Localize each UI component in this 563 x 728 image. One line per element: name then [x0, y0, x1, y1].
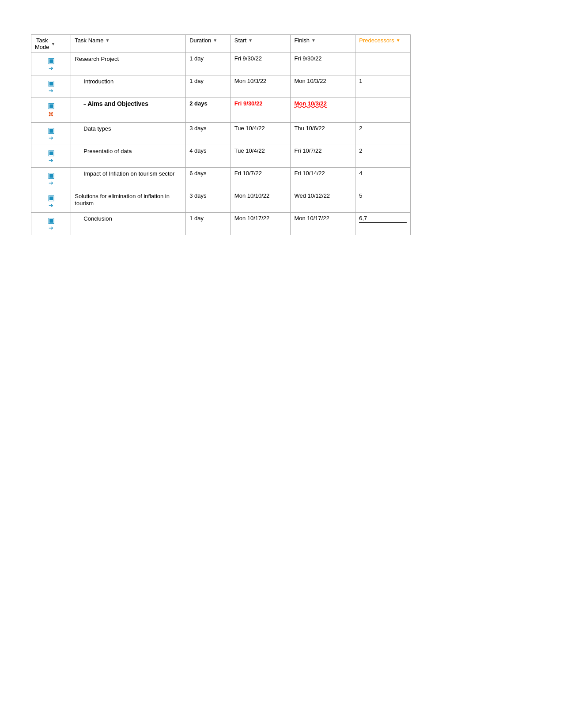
predecessors-dropdown-icon[interactable]: ▼	[396, 38, 401, 43]
start-cell: Fri 9/30/22	[230, 98, 291, 123]
start-dropdown-icon[interactable]: ▼	[248, 38, 253, 43]
task-name-cell: Introduction	[71, 75, 186, 98]
table-row: ▣ ➔ Presentatio of data4 daysTue 10/4/22…	[31, 145, 411, 168]
table-row: ▣ ✜ −Aims and Objectives2 daysFri 9/30/2…	[31, 98, 411, 123]
start-label: Start	[234, 37, 246, 44]
col-header-predecessors[interactable]: Predecessors ▼	[355, 35, 411, 53]
start-cell: Tue 10/4/22	[230, 145, 291, 168]
task-name-cell: Presentatio of data	[71, 145, 186, 168]
finish-cell: Mon 10/17/22	[291, 213, 355, 235]
task-mode-cell: ▣ ➔	[31, 145, 71, 168]
duration-dropdown-icon[interactable]: ▼	[213, 38, 217, 43]
table-header-row: TaskMode ▼ Task Name ▼ Duration ▼	[31, 35, 411, 53]
finish-cell: Wed 10/12/22	[291, 190, 355, 213]
task-mode-icon: ▣	[48, 79, 55, 87]
task-mode-cell: ▣ ➔	[31, 123, 71, 145]
task-arrow-icon: ➔	[49, 203, 53, 208]
bottom-bar	[359, 222, 407, 223]
task-arrow-icon: ➔	[49, 135, 53, 141]
start-cell: Mon 10/17/22	[230, 213, 291, 235]
table-row: ▣ ➔ Introduction1 dayMon 10/3/22Mon 10/3…	[31, 75, 411, 98]
duration-cell: 1 day	[186, 53, 231, 75]
task-mode-icon: ▣	[48, 194, 55, 202]
task-mode-icon: ▣	[48, 102, 55, 109]
gantt-chart-container: TaskMode ▼ Task Name ▼ Duration ▼	[31, 34, 532, 235]
col-header-start[interactable]: Start ▼	[230, 35, 291, 53]
finish-cell: Mon 10/3/22	[291, 98, 355, 123]
task-name-cell: Solutions for elimination of inflation i…	[71, 190, 186, 213]
duration-cell: 6 days	[186, 168, 231, 190]
duration-cell: 3 days	[186, 190, 231, 213]
predecessors-cell: 6,7	[355, 213, 411, 235]
finish-dropdown-icon[interactable]: ▼	[311, 38, 316, 43]
task-mode-icon: ▣	[48, 149, 55, 157]
task-mode-icon: ▣	[48, 57, 55, 64]
finish-cell: Fri 10/14/22	[291, 168, 355, 190]
start-cell: Mon 10/10/22	[230, 190, 291, 213]
task-name-text: Solutions for elimination of inflation i…	[75, 193, 170, 206]
table-row: ▣ ➔ Impact of Inflation on tourism secto…	[31, 168, 411, 190]
task-mode-cell: ▣ ➔	[31, 53, 71, 75]
finish-cell: Fri 10/7/22	[291, 145, 355, 168]
duration-cell: 1 day	[186, 213, 231, 235]
predecessors-cell: 2	[355, 123, 411, 145]
task-mode-label: TaskMode	[35, 37, 49, 50]
finish-cell: Fri 9/30/22	[291, 53, 355, 75]
finish-cell: Mon 10/3/22	[291, 75, 355, 98]
task-arrow-icon: ➔	[49, 180, 53, 186]
task-name-text: Research Project	[75, 56, 119, 62]
duration-label: Duration	[189, 37, 211, 44]
task-name-text: Conclusion	[75, 215, 112, 222]
task-name-cell: Conclusion	[71, 213, 186, 235]
task-name-cell: Data types	[71, 123, 186, 145]
task-mode-icon: ▣	[48, 127, 55, 134]
start-cell: Fri 9/30/22	[230, 53, 291, 75]
task-mode-icon: ▣	[48, 217, 55, 224]
task-name-cell: Research Project	[71, 53, 186, 75]
table-row: ▣ ➔ Conclusion1 dayMon 10/17/22Mon 10/17…	[31, 213, 411, 235]
predecessors-cell: 5	[355, 190, 411, 213]
task-arrow-icon: ➔	[49, 65, 53, 71]
task-mode-icon: ▣	[48, 172, 55, 179]
collapse-icon[interactable]: −	[83, 102, 86, 107]
task-pin-icon: ✜	[46, 109, 56, 119]
start-cell: Mon 10/3/22	[230, 75, 291, 98]
task-mode-cell: ▣ ➔	[31, 75, 71, 98]
duration-cell: 1 day	[186, 75, 231, 98]
task-name-dropdown-icon[interactable]: ▼	[105, 38, 110, 43]
predecessors-label: Predecessors	[359, 37, 394, 44]
col-header-task-mode[interactable]: TaskMode ▼	[31, 35, 71, 53]
predecessors-cell: 4	[355, 168, 411, 190]
predecessors-cell	[355, 53, 411, 75]
start-cell: Fri 10/7/22	[230, 168, 291, 190]
start-cell: Tue 10/4/22	[230, 123, 291, 145]
predecessors-cell: 2	[355, 145, 411, 168]
task-name-text: Data types	[75, 125, 111, 132]
duration-cell: 4 days	[186, 145, 231, 168]
task-mode-dropdown-icon[interactable]: ▼	[51, 41, 56, 46]
predecessors-cell	[355, 98, 411, 123]
finish-text: Mon 10/3/22	[294, 100, 327, 107]
appendix-section: TaskMode ▼ Task Name ▼ Duration ▼	[31, 34, 532, 235]
task-name-label: Task Name	[75, 37, 103, 44]
task-arrow-icon: ➔	[49, 158, 53, 163]
duration-cell: 3 days	[186, 123, 231, 145]
col-header-task-name[interactable]: Task Name ▼	[71, 35, 186, 53]
finish-cell: Thu 10/6/22	[291, 123, 355, 145]
duration-cell: 2 days	[186, 98, 231, 123]
task-name-text: Presentatio of data	[75, 148, 132, 154]
task-arrow-icon: ➔	[49, 88, 53, 94]
task-mode-cell: ▣ ➔	[31, 213, 71, 235]
col-header-finish[interactable]: Finish ▼	[291, 35, 355, 53]
task-name-text: −Aims and Objectives	[75, 100, 148, 107]
task-arrow-icon: ➔	[49, 225, 53, 231]
task-name-text: Introduction	[75, 78, 113, 85]
table-row: ▣ ➔ Solutions for elimination of inflati…	[31, 190, 411, 213]
task-name-cell: −Aims and Objectives	[71, 98, 186, 123]
finish-label: Finish	[294, 37, 310, 44]
task-name-text: Impact of Inflation on tourism sector	[75, 170, 174, 177]
task-mode-cell: ▣ ➔	[31, 190, 71, 213]
task-name-cell: Impact of Inflation on tourism sector	[71, 168, 186, 190]
table-row: ▣ ➔ Research Project1 dayFri 9/30/22Fri …	[31, 53, 411, 75]
col-header-duration[interactable]: Duration ▼	[186, 35, 231, 53]
